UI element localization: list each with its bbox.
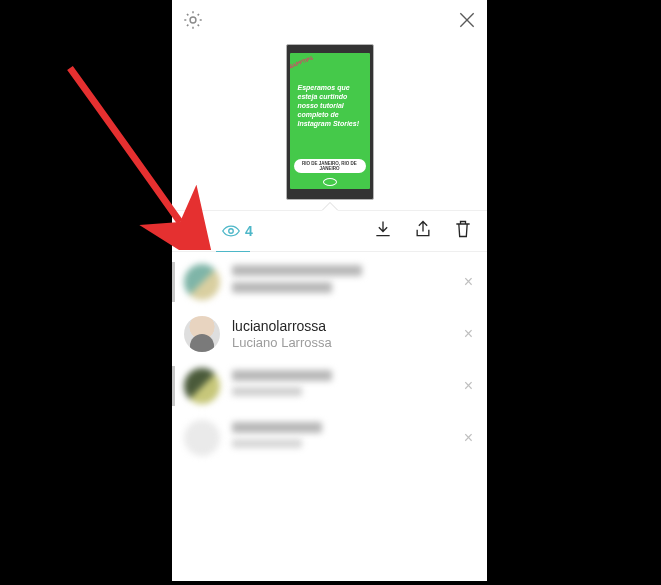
story-eye-icon: [323, 178, 337, 186]
delete-icon[interactable]: [453, 219, 473, 243]
list-item[interactable]: ×: [172, 256, 487, 308]
story-banner: BAPPTIPS: [290, 53, 325, 74]
toolbar: 4: [172, 210, 487, 252]
preview-pointer: [322, 203, 338, 211]
viewer-display-name: [232, 439, 302, 448]
hide-viewer-icon[interactable]: ×: [464, 430, 473, 446]
viewer-display-name: [232, 282, 332, 293]
share-icon[interactable]: [413, 219, 433, 243]
svg-point-0: [190, 17, 196, 23]
viewers-list: × lucianolarrossa Luciano Larrossa × ×: [172, 252, 487, 464]
eye-icon: [222, 225, 240, 237]
viewer-display-name: [232, 387, 302, 396]
hide-viewer-icon[interactable]: ×: [464, 274, 473, 290]
story-thumbnail[interactable]: BAPPTIPS Esperamos que esteja curtindo n…: [286, 44, 374, 200]
story-viewers-panel: BAPPTIPS Esperamos que esteja curtindo n…: [172, 0, 487, 581]
svg-point-1: [229, 229, 234, 234]
active-tab-underline: [216, 251, 250, 252]
viewer-username: [232, 265, 362, 276]
top-bar: [172, 0, 487, 40]
hide-viewer-icon[interactable]: ×: [464, 326, 473, 342]
views-tab[interactable]: 4: [222, 223, 253, 239]
avatar: [184, 316, 220, 352]
settings-icon[interactable]: [182, 9, 204, 31]
viewer-username: [232, 370, 332, 381]
story-location-pill: RIO DE JANEIRO, RIO DE JANEIRO: [294, 159, 366, 173]
insights-icon[interactable]: [186, 219, 206, 243]
view-count: 4: [245, 223, 253, 239]
hide-viewer-icon[interactable]: ×: [464, 378, 473, 394]
viewer-username: [232, 422, 322, 433]
viewer-username: lucianolarrossa: [232, 318, 332, 335]
viewer-display-name: Luciano Larrossa: [232, 335, 332, 351]
list-item[interactable]: ×: [172, 412, 487, 464]
download-icon[interactable]: [373, 219, 393, 243]
avatar: [184, 368, 220, 404]
avatar: [184, 420, 220, 456]
avatar: [184, 264, 220, 300]
story-text: Esperamos que esteja curtindo nosso tuto…: [298, 83, 362, 128]
story-preview: BAPPTIPS Esperamos que esteja curtindo n…: [172, 40, 487, 210]
close-icon[interactable]: [457, 10, 477, 30]
list-item[interactable]: ×: [172, 360, 487, 412]
list-item[interactable]: lucianolarrossa Luciano Larrossa ×: [172, 308, 487, 360]
